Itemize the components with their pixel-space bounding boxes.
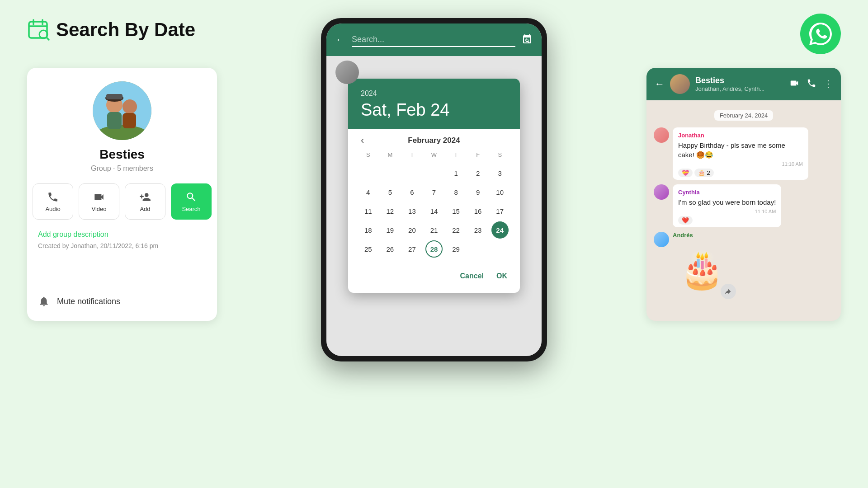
calendar-day[interactable]: 6: [403, 183, 420, 201]
add-button[interactable]: Add: [125, 183, 165, 220]
calendar-day[interactable]: 2: [469, 164, 486, 182]
video-call-icon[interactable]: [789, 78, 799, 90]
calendar-day[interactable]: 27: [403, 240, 420, 258]
calendar-day[interactable]: 4: [359, 183, 377, 201]
ok-button[interactable]: OK: [495, 268, 509, 284]
message-row-andres: Andrés 🎂: [654, 232, 834, 299]
calendar-day[interactable]: 11: [359, 202, 377, 220]
bg-profile-avatar: [335, 61, 359, 84]
calendar-day[interactable]: 21: [425, 221, 443, 239]
add-person-icon: [139, 191, 151, 203]
search-label: Search: [182, 206, 200, 212]
whatsapp-icon: [807, 21, 834, 47]
page-title: Search By Date: [56, 19, 195, 41]
cal-search-icon: [522, 33, 533, 44]
created-by-text: Created by Jonathan, 20/11/2022, 6:16 pm: [38, 242, 158, 249]
chat-info: Besties Jonathan, Andrés, Cynth...: [695, 76, 784, 92]
calendar-month-year: February 2024: [408, 136, 460, 145]
calendar-day[interactable]: 19: [382, 221, 399, 239]
cynthia-bubble: Cynthia I'm so glad you were born today!…: [673, 184, 781, 227]
calendar-day[interactable]: 26: [382, 240, 399, 258]
calendar-day[interactable]: 25: [359, 240, 377, 258]
calendar-day[interactable]: 15: [448, 202, 465, 220]
day-header-thu: T: [445, 149, 467, 161]
calendar-day[interactable]: 1: [448, 164, 465, 182]
video-button[interactable]: Video: [79, 183, 119, 220]
chat-back-button[interactable]: ←: [655, 78, 665, 90]
reaction-heart-gift: 💝: [678, 169, 693, 177]
cynthia-reactions: ❤️: [678, 216, 776, 225]
calendar-day[interactable]: 17: [491, 202, 509, 220]
calendar-search-icon[interactable]: [522, 33, 533, 47]
calendar-day[interactable]: 23: [469, 221, 486, 239]
prev-month-button[interactable]: ‹: [361, 135, 364, 146]
day-header-mon: M: [379, 149, 401, 161]
calendar-nav: ‹ February 2024: [348, 129, 520, 149]
cynthia-avatar: [654, 184, 669, 200]
calendar-dialog: 2024 Sat, Feb 24 ‹ February 2024 S M T W…: [348, 79, 520, 293]
group-meta: Group · 5 members: [91, 164, 153, 173]
svg-rect-12: [123, 113, 136, 128]
calendar-day[interactable]: 5: [382, 183, 399, 201]
calendar-day[interactable]: 24: [491, 221, 509, 239]
forward-icon[interactable]: [721, 284, 736, 299]
day-header-tue: T: [401, 149, 423, 161]
reaction-cake: 🎂 2: [694, 169, 714, 177]
back-button[interactable]: ←: [335, 34, 345, 46]
calendar-day[interactable]: 20: [403, 221, 420, 239]
chat-action-icons: ⋮: [789, 78, 833, 90]
calendar-day[interactable]: 16: [469, 202, 486, 220]
page-header: Search By Date: [27, 18, 195, 42]
day-header-sun: S: [357, 149, 379, 161]
phone-call-icon[interactable]: [807, 78, 816, 90]
video-icon: [93, 191, 105, 203]
phone-body: 2024 Sat, Feb 24 ‹ February 2024 S M T W…: [326, 56, 542, 356]
search-button[interactable]: Search: [171, 183, 212, 220]
jonathan-sender: Jonathan: [678, 132, 803, 139]
jonathan-bubble: Jonathan Happy Birthday - pls save me so…: [673, 127, 808, 180]
audio-button[interactable]: Audio: [33, 183, 73, 220]
calendar-days: 1234567891011121314151617181920212223242…: [357, 164, 511, 258]
svg-point-11: [123, 99, 137, 114]
calendar-header: 2024 Sat, Feb 24: [348, 79, 520, 129]
phone-call-svg: [807, 78, 816, 88]
cynthia-sender: Cynthia: [678, 189, 776, 196]
calendar-day[interactable]: 22: [448, 221, 465, 239]
jonathan-message-time: 11:10 AM: [678, 161, 803, 167]
calendar-day[interactable]: 28: [425, 240, 443, 258]
video-call-svg: [789, 78, 799, 88]
calendar-day[interactable]: 3: [491, 164, 509, 182]
calendar-day[interactable]: 18: [359, 221, 377, 239]
calendar-day[interactable]: 14: [425, 202, 443, 220]
cancel-button[interactable]: Cancel: [458, 268, 486, 284]
svg-rect-10: [107, 112, 122, 129]
date-divider: February 24, 2024: [654, 111, 834, 119]
more-options-icon[interactable]: ⋮: [824, 78, 833, 90]
add-label: Add: [140, 206, 150, 212]
day-headers-row: S M T W T F S: [357, 149, 511, 161]
calendar-grid: S M T W T F S 12345678910111213141516171…: [348, 149, 520, 265]
bell-icon: [38, 296, 50, 307]
chat-card: ← Besties Jonathan, Andrés, Cynth... ⋮ F…: [646, 68, 841, 321]
chat-members: Jonathan, Andrés, Cynth...: [695, 85, 784, 92]
chat-messages: February 24, 2024 Jonathan Happy Birthda…: [646, 100, 841, 321]
couple-image: [93, 81, 151, 140]
calendar-day[interactable]: 10: [491, 183, 509, 201]
day-header-fri: F: [467, 149, 489, 161]
andres-sticker-bubble: Andrés 🎂: [673, 232, 731, 299]
phone-screen: ← 2024 Sat, Feb 24 ‹ February 2024: [326, 23, 542, 356]
calendar-day[interactable]: 8: [448, 183, 465, 201]
search-input[interactable]: [352, 33, 515, 47]
add-description-link[interactable]: Add group description: [38, 230, 108, 239]
calendar-day[interactable]: 9: [469, 183, 486, 201]
phone-icon: [47, 191, 59, 203]
jonathan-reactions: 💝 🎂 2: [678, 169, 803, 177]
reaction-heart: ❤️: [678, 216, 693, 225]
chat-group-avatar: [670, 74, 690, 94]
day-header-sat: S: [489, 149, 511, 161]
cynthia-message-text: I'm so glad you were born today!: [678, 197, 776, 207]
calendar-day[interactable]: 13: [403, 202, 420, 220]
calendar-day[interactable]: 7: [425, 183, 443, 201]
calendar-day[interactable]: 29: [448, 240, 465, 258]
calendar-day[interactable]: 12: [382, 202, 399, 220]
